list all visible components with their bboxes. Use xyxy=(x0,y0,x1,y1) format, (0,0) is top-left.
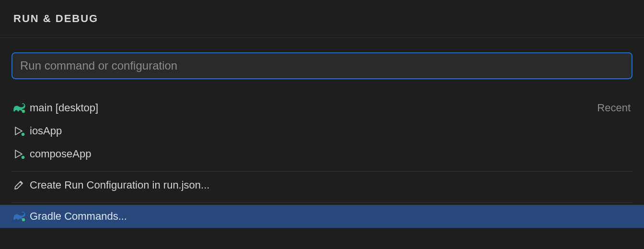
run-config-list: main [desktop] Recent iosApp compos xyxy=(12,96,632,228)
panel-title: RUN & DEBUG xyxy=(0,0,644,38)
create-run-config-item[interactable]: Create Run Configuration in run.json... xyxy=(12,174,632,197)
svg-point-1 xyxy=(22,133,24,136)
create-run-config-label: Create Run Configuration in run.json... xyxy=(30,179,209,191)
recent-label: Recent xyxy=(597,102,631,114)
run-config-item-main-desktop[interactable]: main [desktop] Recent xyxy=(12,96,632,119)
run-config-label: main [desktop] xyxy=(30,102,98,114)
search-wrapper xyxy=(12,52,632,79)
run-config-item-composeapp[interactable]: composeApp xyxy=(12,142,632,166)
gradle-icon xyxy=(13,211,30,222)
gradle-commands-item[interactable]: Gradle Commands... xyxy=(0,205,644,228)
divider xyxy=(12,202,632,203)
run-config-label: iosApp xyxy=(30,125,62,137)
play-icon xyxy=(13,149,30,159)
play-icon xyxy=(13,126,30,136)
gradle-commands-label: Gradle Commands... xyxy=(30,210,127,223)
run-config-label: composeApp xyxy=(30,148,91,160)
gradle-icon xyxy=(13,103,30,113)
run-command-input[interactable] xyxy=(12,52,632,79)
divider xyxy=(12,171,632,172)
svg-point-3 xyxy=(22,218,25,221)
svg-point-2 xyxy=(22,156,24,159)
pencil-icon xyxy=(13,179,30,191)
run-config-item-iosapp[interactable]: iosApp xyxy=(12,119,632,142)
svg-point-0 xyxy=(22,110,25,113)
